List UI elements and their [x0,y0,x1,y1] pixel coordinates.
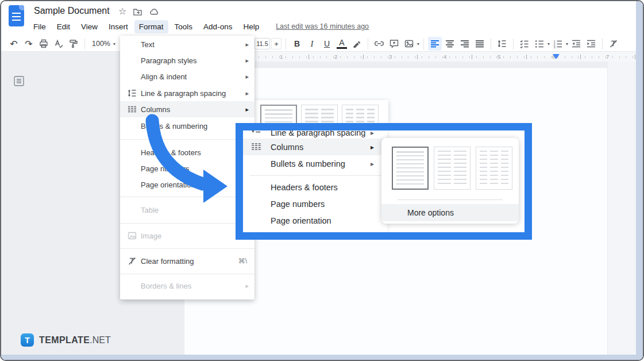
callout-item-bullets-numbering[interactable]: Bullets & numbering ▸ [243,155,387,172]
menu-separator [120,223,254,224]
menu-tools[interactable]: Tools [170,20,198,33]
move-to-folder-icon[interactable] [133,7,142,17]
bold-button[interactable]: B [290,37,304,51]
columns-option-one[interactable] [260,105,297,124]
submenu-arrow-icon: ▸ [245,90,249,97]
ruler-mark: 4 [444,53,446,60]
last-edit-link[interactable]: Last edit was 16 minutes ago [276,22,369,30]
menu-separator [120,139,254,140]
insert-image-button[interactable] [402,37,416,51]
zoom-value: 100% [92,40,110,48]
menu-separator [398,199,503,200]
ruler-mark: 5 [498,53,500,60]
google-docs-window: Sample Document ☆ File Edit View Insert … [0,0,644,361]
numbered-list-caret-icon[interactable]: ▾ [566,41,568,47]
increase-indent-button[interactable] [584,37,598,51]
cloud-saved-icon[interactable] [149,7,159,17]
submenu-arrow-icon: ▸ [245,41,249,48]
callout-columns-submenu: More options [381,138,519,224]
columns-option-two[interactable] [301,105,338,124]
document-outline-icon[interactable] [12,74,26,88]
checklist-button[interactable] [518,37,531,51]
redo-button[interactable]: ↷ [22,37,36,51]
format-menu-item-columns[interactable]: Columns ▸ [120,101,254,117]
vertical-scrollbar[interactable] [636,1,643,361]
google-docs-logo-icon[interactable] [9,5,24,26]
menu-help[interactable]: Help [238,20,264,33]
submenu-arrow-icon: ▸ [245,282,249,290]
line-spacing-button[interactable] [495,37,509,51]
watermark-name: TEMPLATE [39,335,90,345]
undo-button[interactable]: ↶ [7,37,21,51]
align-center-button[interactable] [443,37,457,51]
template-net-logo-icon: T [21,333,34,347]
insert-image-caret-icon[interactable]: ▾ [417,41,419,47]
insert-link-button[interactable] [372,37,386,51]
ruler-mark: 1 [280,53,283,60]
bulleted-list-button[interactable] [533,37,546,51]
format-menu-item-borders-lines: Borders & lines ▸ [120,278,254,294]
star-icon[interactable]: ☆ [118,6,126,17]
menu-insert[interactable]: Insert [104,20,133,33]
add-comment-button[interactable] [387,37,401,51]
format-menu-item-text[interactable]: Text ▸ [120,36,254,52]
columns-option-two[interactable] [434,147,471,190]
text-color-button[interactable]: A [337,39,347,49]
columns-option-three[interactable] [342,105,379,124]
format-menu: Text ▸ Paragraph styles ▸ Align & indent… [120,36,254,299]
menu-format[interactable]: Format [134,20,168,33]
shortcut-label: ⌘\ [238,257,247,265]
line-spacing-icon [250,130,262,135]
format-menu-item-paragraph-styles[interactable]: Paragraph styles ▸ [120,52,254,68]
document-title[interactable]: Sample Document [34,6,110,16]
columns-submenu [254,100,388,124]
format-menu-item-page-orientation[interactable]: Page orientation [120,176,254,193]
spellcheck-button[interactable] [52,37,65,51]
menu-view[interactable]: View [76,20,102,33]
horizontal-scrollbar[interactable] [1,355,644,360]
submenu-arrow-icon: ▸ [245,57,249,64]
clear-formatting-button[interactable] [607,37,620,51]
print-button[interactable] [37,37,51,51]
format-menu-item-clear-formatting[interactable]: Clear formatting ⌘\ [120,253,254,269]
italic-button[interactable]: I [305,37,319,51]
svg-text:3: 3 [554,45,556,49]
callout-item-columns[interactable]: Columns ▸ [243,139,387,155]
zoom-control[interactable]: 100% ▾ [89,40,118,48]
align-left-button[interactable] [428,37,442,51]
template-net-watermark: T TEMPLATE.NET [21,333,111,347]
menu-separator [250,175,385,176]
format-menu-item-page-numbers[interactable]: Page numbers [120,160,254,176]
menu-separator [120,274,254,274]
columns-option-one[interactable] [392,147,429,190]
callout-item-page-orientation[interactable]: Page orientation [243,212,387,229]
highlight-color-button[interactable] [350,37,364,51]
menu-separator [120,248,254,249]
menu-file[interactable]: File [29,20,51,33]
callout-item-page-numbers[interactable]: Page numbers [243,195,387,212]
paint-format-button[interactable] [67,37,80,51]
decrease-indent-button[interactable] [569,37,583,51]
canvas-right-margin [608,62,638,361]
format-menu-item-bullets-numbering[interactable]: Bullets & numbering ▸ [120,118,254,134]
justify-button[interactable] [473,37,487,51]
submenu-arrow-icon: ▸ [371,160,374,168]
numbered-list-button[interactable]: 1 2 3 [551,37,565,51]
menu-edit[interactable]: Edit [52,20,75,33]
menu-addons[interactable]: Add-ons [199,20,237,33]
format-menu-item-headers-footers[interactable]: Headers & footers [120,144,254,160]
zoom-callout-box: Line & paragraph spacing ▸ Columns ▸ Bul… [236,123,532,240]
more-options-item[interactable]: More options [381,204,519,221]
ruler-indent-marker[interactable] [553,54,560,59]
align-right-button[interactable] [458,37,472,51]
ruler[interactable]: 1 2 3 4 5 6 7 [1,52,638,62]
callout-item-headers-footers[interactable]: Headers & footers [243,179,387,195]
font-size-increase-button[interactable]: + [271,38,281,49]
format-menu-item-line-spacing[interactable]: Line & paragraph spacing ▸ [120,85,254,101]
underline-button[interactable]: U [320,37,334,51]
bulleted-list-caret-icon[interactable]: ▾ [547,41,550,47]
font-size-input[interactable]: 11.5 [254,38,270,49]
columns-option-three[interactable] [476,147,512,190]
format-menu-item-align-indent[interactable]: Align & indent ▸ [120,68,254,85]
submenu-arrow-icon: ▸ [245,73,249,80]
